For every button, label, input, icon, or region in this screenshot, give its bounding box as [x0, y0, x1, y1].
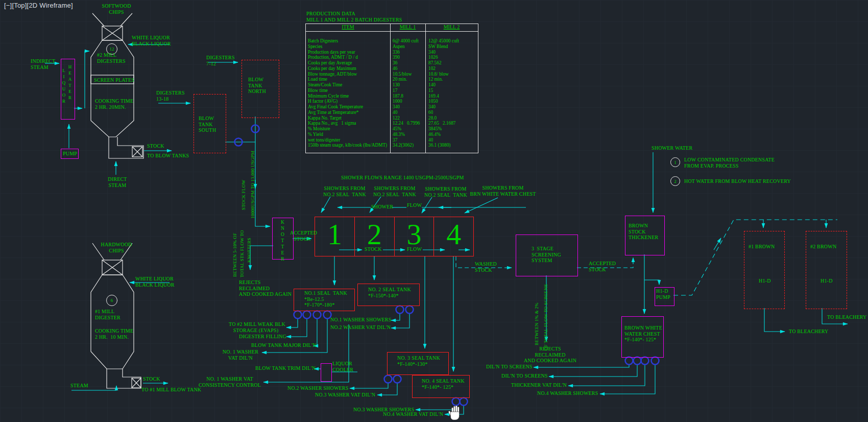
label-digesters-7-12: DIGESTERS 7-12: [206, 55, 235, 66]
label-blow-tank-north: BLOW TANK NORTH: [248, 77, 266, 95]
table-cell: Cooks per day Maximum: [306, 66, 390, 72]
table-cell: 15: [425, 88, 433, 93]
label-seal-tank-1: NO.1 SEAL TANK *Be-12.5 *F-170*-180*: [304, 290, 347, 308]
label-stock-b: STOCK: [143, 376, 160, 382]
table-cell: 150lb steam usage, klb/cook (lbs/ADMT): [306, 143, 390, 148]
table-cell: 87.562: [425, 60, 442, 66]
table-cell: 10.5/blow: [390, 72, 425, 77]
table-row: Steam/Cook Time130140: [306, 82, 478, 88]
label-cooking-time-a: COOKING TIME 2 HR. 20MIN.: [95, 98, 133, 110]
table-cell: 1000: [390, 99, 425, 104]
table-row: Load time20 min.12 min.: [306, 77, 478, 82]
label-no4-washer-showers: NO.4 WASHER SHOWERS: [537, 390, 598, 396]
label-digester-filling: DIGESTER FILLING: [239, 334, 286, 340]
label-screens-pct-1: BETWEEN 1% & 2%: [534, 296, 539, 345]
label-showers-from-2: SHOWERS FROM NO.2 SEAL TANK: [368, 185, 422, 197]
table-cell: 340: [390, 104, 425, 110]
label-thickener: BROWN STOCK THICKENER: [629, 223, 658, 241]
note-2-marker: 2: [670, 176, 680, 186]
label-heater-vertical: HEATER: [67, 64, 72, 101]
table-cell: 3845%: [425, 126, 442, 132]
table-row: wet tons/digester3740: [306, 137, 478, 143]
label-shower-water: SHOWER WATER: [652, 145, 692, 151]
label-blow-tank-major: BLOW TANK MAJOR DIL'N: [251, 342, 316, 348]
table-cell: 27.65 2.1687: [425, 121, 455, 126]
label-pump: PUMP: [63, 151, 77, 157]
label-indirect-steam: INDIRECT STEAM: [31, 58, 55, 70]
col-mill1: MILL 1: [390, 24, 425, 31]
table-cell: Avg Time at Temperature*: [306, 110, 390, 115]
table-cell: % Moisture: [306, 126, 390, 132]
table-cell: 34.2(3062): [390, 143, 425, 148]
label-weak-blk-storage: TO #2 MILL WEAK BLK STORAGE (EVAPS): [229, 321, 283, 333]
label-rejects-a: REJECTS RECLAIMED AND COOKED AGAIN: [239, 279, 292, 297]
label-seal-tank-2: NO. 2 SEAL TANK *F-150*-140*: [368, 287, 411, 298]
table-cell: 45%: [390, 126, 425, 132]
table-cell: H factor (AVG): [306, 99, 390, 104]
table-row: Cooks per day Maximum46102: [306, 66, 478, 72]
label-no1-washer-vat: NO. 1 WASHER VAT DIL'N: [222, 349, 259, 361]
table-cell: 12@ 45000 cuft: [425, 38, 459, 44]
label-screens-pct-2: OF TOTAL FLOW TO SCREENS: [543, 284, 548, 350]
label-digesters-13-18: DIGESTERS 13-18: [156, 90, 185, 102]
label-no1-washer-consistency: NO. 1 WASHER VAT CONSISTENCY CONTROL: [198, 376, 261, 388]
table-header: ITEM MILL 1 MILL 2: [306, 24, 478, 32]
table-row: Blow time1715: [306, 88, 478, 93]
table-row: Cooks per day Average3687.562: [306, 60, 478, 66]
table-cell: 17: [390, 88, 425, 93]
washer-train-box: 1 2 3 4: [315, 217, 474, 256]
table-title-1: PRODUCTION DATA: [306, 11, 355, 17]
table-cell: 37: [390, 137, 425, 143]
table-cell: 6@ 4000 cuft: [390, 38, 425, 44]
table-cell: 12 min.: [425, 77, 443, 82]
label-showers-from-4: SHOWERS FROM BRN WHITE WATER CHEST: [468, 185, 538, 197]
label-no2-washer-showers: NO.2 WASHER SHOWERS: [287, 385, 348, 391]
table-cell: 122: [390, 115, 425, 121]
washer-4: 4: [434, 217, 473, 256]
viewport-controls[interactable]: [−][Top][2D Wireframe]: [4, 2, 73, 10]
label-white-water-chest: BROWN WHITE WATER CHEST *F-140*- 125*: [624, 325, 662, 343]
label-shower-word: SHOWER: [371, 204, 393, 210]
table-cell: 40: [425, 137, 433, 143]
label-showers-from-3: SHOWERS FROM NO.2 SEAL TANK: [419, 186, 473, 198]
washer-1: 1: [315, 217, 355, 256]
label-showers-from-1: SHOWERS FROM NO.2 SEAL TANK: [318, 185, 372, 197]
label-steam: STEAM: [70, 383, 88, 389]
table-cell: 36: [390, 60, 425, 66]
table-cell: Batch Digesters: [306, 38, 390, 44]
table-cell: 340: [425, 50, 436, 55]
table-row: Blow tonnage, ADT/blow10.5/blow10.8/ blo…: [306, 72, 478, 77]
label-accepted-stock-b: ACCEPTED STOCK: [589, 261, 616, 272]
table-cell: Steam/Cook Time: [306, 82, 390, 88]
label-shower-range: SHOWER FLOWS RANGE 1400 USGPM-2500USGPM: [341, 175, 464, 181]
label-knotter-pct-3: KNOTTERS: [247, 229, 252, 263]
table-cell: Kappa No., avg 1 sigma: [306, 121, 390, 126]
label-knotter-pct-2: TOTAL STK FLOW TO: [239, 219, 245, 277]
label-liquor-vertical: LIQUOR: [61, 68, 66, 105]
label-no3-washer-vat: NO.3 WASHER VAT DIL'N: [315, 392, 375, 398]
brown-tower-1-box: [744, 231, 785, 309]
table-row: Minimum Cycle time187.8169.4: [306, 93, 478, 99]
table-cell: 48.3%: [390, 132, 425, 137]
table-cell: wet tons/digester: [306, 137, 390, 143]
label-to-bleachery-2: TO BLEACHERY: [789, 329, 829, 335]
table-cell: 28.0: [425, 115, 437, 121]
table-cell: Production, ADMT / D / d: [306, 55, 390, 60]
label-brown-1: #1 BROWN: [749, 244, 775, 250]
table-title-2: MILL 1 AND MILL 2 BATCH DIGESTERS: [306, 17, 402, 23]
note-1-marker: 1: [670, 157, 680, 167]
digester-count-6: 6: [106, 295, 117, 306]
label-liquor-cooler: LIQUOR COOLER: [332, 361, 353, 372]
label-no4-washer-vat: NO.4 WASHER VAT DIL'N: [383, 411, 443, 417]
table-cell: 187.8: [390, 93, 425, 99]
table-cell: Production days per year: [306, 50, 390, 55]
table-cell: 60: [425, 110, 433, 115]
label-h1d-1: H1-D: [759, 278, 771, 284]
table-row: Avg Final Cook Temperature340340: [306, 104, 478, 110]
cad-viewport: [−][Top][2D Wireframe]: [0, 0, 868, 422]
label-screen-plates: SCREEN PLATES: [94, 77, 134, 83]
table-cell: SW Blend: [425, 44, 448, 50]
table-cell: Avg Final Cook Temperature: [306, 104, 390, 110]
cursor-hand-icon: [448, 406, 460, 420]
label-to-bleachery-1: TO BLEACHERY: [827, 314, 867, 320]
